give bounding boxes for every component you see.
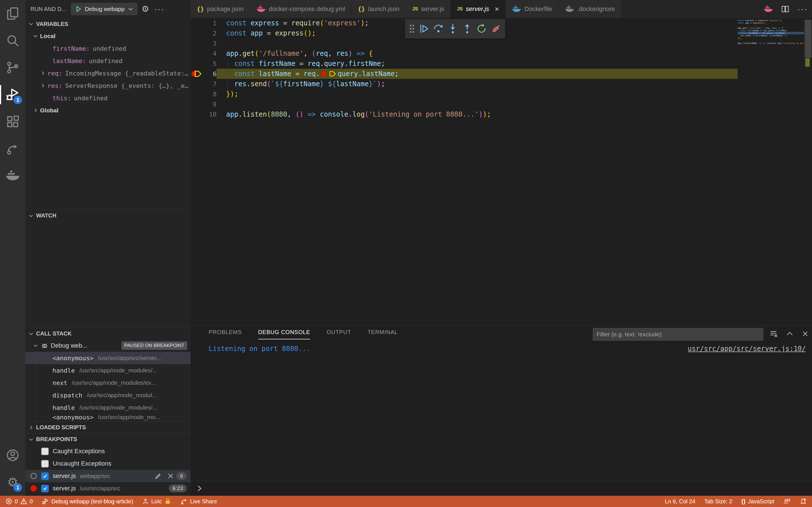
loaded-scripts-header[interactable]: LOADED SCRIPTS (26, 421, 191, 433)
close-panel-icon[interactable] (801, 330, 809, 338)
code-editor[interactable]: 1const express = require('express');2con… (191, 18, 812, 325)
variables-header[interactable]: VARIABLES (26, 18, 191, 30)
debug-session-status[interactable]: Debug webapp (test-blog-article) (42, 498, 133, 505)
step-into-button[interactable] (447, 23, 458, 34)
variable-row[interactable]: lastName:undefined (26, 55, 191, 67)
checkbox[interactable] (41, 448, 49, 455)
stack-frame-row[interactable]: <anonymous>/usr/src/app/node_mo... (26, 414, 191, 421)
panel-tab-debug-console[interactable]: DEBUG CONSOLE (258, 329, 310, 339)
frame-path: /usr/src/app/node_modules/... (79, 367, 157, 374)
activity-bar-item-docker[interactable] (0, 162, 26, 189)
code-line: 4app.get('/fullname', (req, res) => { (191, 48, 738, 59)
panel-tab-output[interactable]: OUTPUT (326, 329, 351, 339)
debug-console-input[interactable] (191, 481, 812, 496)
variable-name: req: (47, 70, 62, 77)
overview-ruler[interactable] (804, 18, 812, 325)
stack-frame-row[interactable]: dispatch/usr/src/app/node_modul... (26, 389, 191, 401)
variables-section: VARIABLES LocalfirstName:undefinedlastNa… (26, 18, 191, 117)
breakpoint-row[interactable]: server.jswebapp/src6 (26, 470, 191, 482)
tab--dockerignore[interactable]: .dockerignore (559, 0, 621, 18)
more-actions-icon[interactable]: ··· (154, 4, 164, 14)
maximize-panel-icon[interactable] (785, 330, 794, 338)
breakpoints-header[interactable]: BREAKPOINTS (26, 433, 191, 445)
exception-toggle-row[interactable]: Uncaught Exceptions (26, 457, 191, 470)
restart-button[interactable] (476, 23, 487, 34)
edit-breakpoint-icon[interactable] (154, 472, 162, 480)
loaded-scripts-title: LOADED SCRIPTS (36, 424, 86, 431)
frame-function: handle (52, 404, 75, 411)
chevron-down-icon (28, 437, 34, 442)
tab-label: Dockerfile (524, 5, 552, 13)
panel-tab-terminal[interactable]: TERMINAL (367, 329, 398, 339)
debug-session-label: Debug webapp (test-blog-article) (51, 498, 133, 505)
live-share-label: Live Share (190, 498, 217, 505)
variable-row[interactable]: res:ServerResponse {_events: {…}, _e… (26, 79, 191, 92)
disconnect-button[interactable] (490, 23, 502, 34)
remove-breakpoint-icon[interactable] (167, 472, 174, 480)
stack-frame-row[interactable]: handle/usr/src/app/node_modules/... (26, 364, 191, 377)
checkbox[interactable] (41, 485, 49, 492)
variable-row[interactable]: Global (26, 104, 191, 117)
notifications-status[interactable] (800, 498, 807, 505)
panel-tab-problems[interactable]: PROBLEMS (209, 329, 242, 339)
activity-bar-item-manage[interactable]: ⚙1 (0, 469, 26, 496)
minimap-line: const lastName = req.query.lastName; (738, 32, 804, 34)
activity-bar-item-live-share[interactable] (0, 135, 26, 162)
variable-row[interactable]: Local (26, 30, 191, 42)
tab-server-js[interactable]: JSserver.js (406, 0, 451, 18)
step-out-button[interactable] (462, 23, 473, 34)
filter-input[interactable] (593, 331, 763, 338)
tab-launch-json[interactable]: {}launch.json (352, 0, 406, 18)
live-share-status[interactable]: Live Share (181, 498, 217, 505)
whale-icon (5, 170, 20, 182)
call-stack-header[interactable]: CALL STACK (26, 328, 191, 339)
drag-handle (409, 24, 415, 34)
split-editor-icon[interactable] (781, 5, 790, 13)
breakpoint-file: server.js (53, 472, 76, 480)
activity-bar-item-extensions[interactable] (0, 108, 26, 135)
launch-configuration-picker[interactable]: Debug webapp (71, 3, 138, 15)
exception-toggle-row[interactable]: Caught Exceptions (26, 445, 191, 457)
checkbox[interactable] (41, 472, 49, 480)
checkbox[interactable] (41, 460, 49, 467)
tab-size-label: Tab Size: 2 (704, 498, 732, 505)
lock-icon (164, 498, 171, 505)
activity-bar-item-source-control[interactable] (0, 54, 26, 81)
stack-frame-row[interactable]: handle/usr/src/app/node_modules/... (26, 401, 191, 414)
step-over-button[interactable] (433, 23, 444, 34)
breakpoint-row[interactable]: server.js/usr/src/app/src6:23 (26, 482, 191, 495)
activity-bar-item-run-and-debug[interactable]: 1 (0, 81, 26, 108)
activity-bar-item-accounts[interactable] (0, 442, 26, 469)
tab-dockerfile[interactable]: Dockerfile (506, 0, 559, 18)
language-mode-status[interactable]: {}JavaScript (741, 498, 774, 505)
debug-settings-gear-icon[interactable]: ⚙ (142, 5, 149, 13)
current-breakpoint-icon[interactable] (191, 69, 203, 78)
stack-frame-row[interactable]: <anonymous>/usr/src/app/src/server... (26, 352, 191, 364)
cursor-position-status[interactable]: Ln 6, Col 24 (665, 498, 695, 505)
problems-status[interactable]: 00 (5, 498, 33, 505)
start-debug-icon[interactable] (75, 5, 82, 13)
variable-row[interactable]: this:undefined (26, 92, 191, 104)
clear-console-icon[interactable] (770, 330, 778, 338)
watch-header[interactable]: WATCH (26, 210, 191, 221)
variable-row[interactable]: firstName:undefined (26, 42, 191, 55)
activity-bar-item-explorer[interactable] (0, 0, 26, 27)
console-source-link[interactable]: usr/src/app/src/server.js:10/ (688, 345, 806, 353)
user-status[interactable]: Loïc (142, 498, 171, 505)
feedback-status[interactable] (783, 498, 791, 505)
continue-button[interactable] (418, 23, 430, 34)
close-tab-icon[interactable]: × (495, 5, 499, 13)
indentation-status[interactable]: Tab Size: 2 (704, 498, 732, 505)
stack-frame-row[interactable]: next/usr/src/app/node_modules/ex... (26, 377, 191, 389)
scrollbar-thumb[interactable] (805, 20, 811, 58)
minimap[interactable]: const express = require('express');const… (738, 19, 804, 101)
more-editor-actions-icon[interactable]: ··· (797, 4, 808, 14)
debug-session-row[interactable]: Debug web...PAUSED ON BREAKPOINT (26, 339, 191, 352)
tab-package-json[interactable]: {}package.json (191, 0, 250, 18)
variable-row[interactable]: req:IncomingMessage {_readableState:… (26, 67, 191, 79)
tab-docker-compose-debug-yml[interactable]: docker-compose.debug.yml (250, 0, 352, 18)
tab-server-js[interactable]: JSserver.js× (451, 0, 506, 18)
activity-bar-item-search[interactable] (0, 27, 26, 54)
chevron-down-icon (28, 21, 34, 27)
docker-action-icon[interactable] (763, 5, 773, 13)
